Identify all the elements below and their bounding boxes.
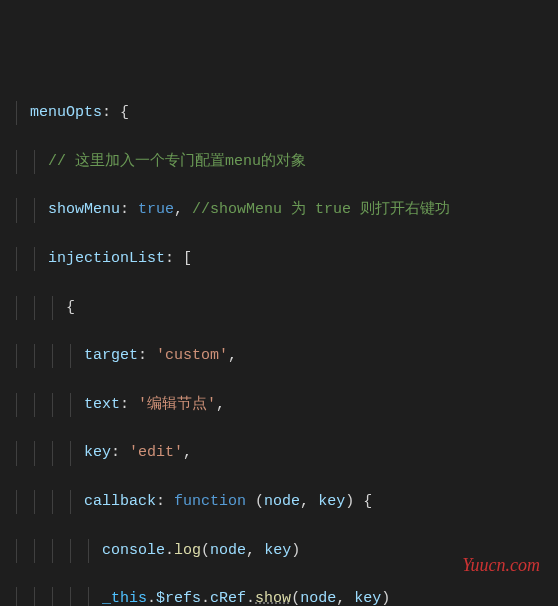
space [255, 542, 264, 559]
punctuation: : [120, 201, 138, 218]
object: cRef [210, 590, 246, 606]
paren: ( [255, 493, 264, 510]
paren: ( [201, 542, 210, 559]
comment: //showMenu 为 true 则打开右键功 [192, 201, 450, 218]
keyword: function [174, 493, 246, 510]
dot: . [147, 590, 156, 606]
dot: . [201, 590, 210, 606]
space [309, 493, 318, 510]
punctuation: , [246, 542, 255, 559]
code-line[interactable]: target: 'custom', [30, 344, 558, 368]
function-call: show [255, 590, 291, 606]
dot: . [165, 542, 174, 559]
punctuation: : [138, 347, 156, 364]
code-line[interactable]: injectionList: [ [30, 247, 558, 271]
punctuation: , [216, 396, 225, 413]
punctuation: , [336, 590, 345, 606]
string-literal: '编辑节点' [138, 396, 216, 413]
parameter: node [264, 493, 300, 510]
parameter: key [354, 590, 381, 606]
parameter: key [264, 542, 291, 559]
parameter: node [300, 590, 336, 606]
code-line[interactable]: { [30, 296, 558, 320]
punctuation: : [156, 493, 174, 510]
space [354, 493, 363, 510]
punctuation: : { [102, 104, 129, 121]
property-name: callback [84, 493, 156, 510]
property-name: showMenu [48, 201, 120, 218]
punctuation: : [ [165, 250, 192, 267]
punctuation: , [174, 201, 192, 218]
brace: { [66, 299, 75, 316]
punctuation: : [111, 444, 129, 461]
punctuation: , [183, 444, 192, 461]
string-literal: 'edit' [129, 444, 183, 461]
parameter: node [210, 542, 246, 559]
property-name: key [84, 444, 111, 461]
object: $refs [156, 590, 201, 606]
paren: ) [291, 542, 300, 559]
punctuation: , [228, 347, 237, 364]
space [345, 590, 354, 606]
property-name: target [84, 347, 138, 364]
property-name: menuOpts [30, 104, 102, 121]
property-name: injectionList [48, 250, 165, 267]
code-line[interactable]: // 这里加入一个专门配置menu的对象 [30, 150, 558, 174]
space [246, 493, 255, 510]
brace: { [363, 493, 372, 510]
code-line[interactable]: callback: function (node, key) { [30, 490, 558, 514]
parameter: key [318, 493, 345, 510]
punctuation: , [300, 493, 309, 510]
code-line[interactable]: _this.$refs.cRef.show(node, key) [30, 587, 558, 606]
paren: ) [345, 493, 354, 510]
code-line[interactable]: menuOpts: { [30, 101, 558, 125]
watermark: Yuucn.com [462, 551, 540, 580]
object: console [102, 542, 165, 559]
dot: . [246, 590, 255, 606]
code-line[interactable]: key: 'edit', [30, 441, 558, 465]
function-call: log [174, 542, 201, 559]
variable: _this [102, 590, 147, 606]
property-name: text [84, 396, 120, 413]
code-line[interactable]: showMenu: true, //showMenu 为 true 则打开右键功 [30, 198, 558, 222]
comment: // 这里加入一个专门配置menu的对象 [48, 153, 306, 170]
paren: ) [381, 590, 390, 606]
code-line[interactable]: text: '编辑节点', [30, 393, 558, 417]
punctuation: : [120, 396, 138, 413]
boolean-literal: true [138, 201, 174, 218]
string-literal: 'custom' [156, 347, 228, 364]
paren: ( [291, 590, 300, 606]
